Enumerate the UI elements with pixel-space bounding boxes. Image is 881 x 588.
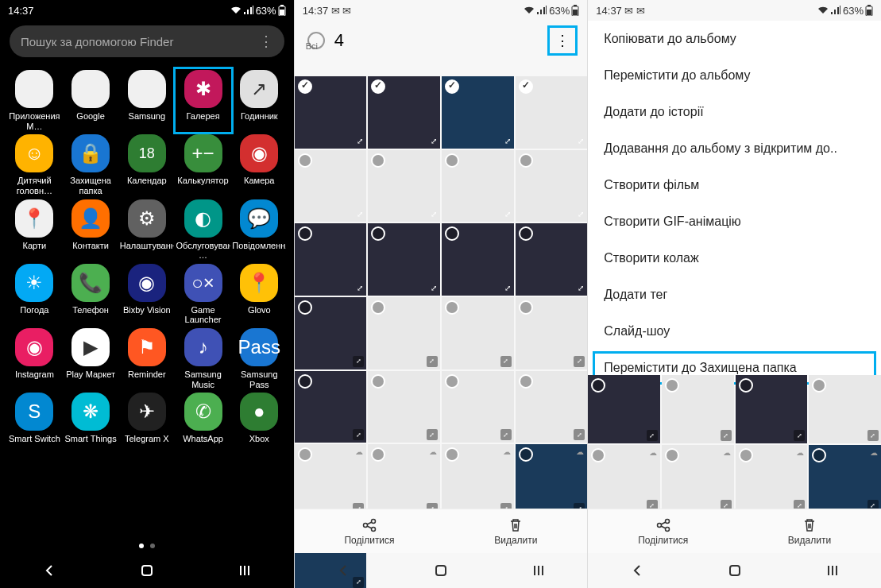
- thumbnail[interactable]: ⤢: [809, 375, 881, 443]
- thumb-checkbox[interactable]: [445, 374, 459, 389]
- menu-item[interactable]: Слайд-шоу: [588, 313, 881, 350]
- thumbnail[interactable]: ⤢: [368, 297, 440, 369]
- menu-item[interactable]: Створити GIF-анімацію: [588, 203, 881, 240]
- thumbnail[interactable]: ⤢☁: [588, 445, 660, 513]
- thumb-checkbox[interactable]: [519, 153, 533, 168]
- share-button[interactable]: Поділитися: [344, 517, 394, 546]
- thumb-checkbox[interactable]: [298, 374, 312, 389]
- thumbnail[interactable]: ⤢☁: [809, 445, 881, 513]
- thumb-checkbox[interactable]: [371, 226, 385, 241]
- thumb-checkbox[interactable]: [445, 447, 459, 462]
- thumbnail[interactable]: ⤢: [368, 76, 440, 149]
- thumb-checkbox[interactable]: [371, 153, 385, 168]
- thumb-checkbox[interactable]: [371, 300, 385, 315]
- thumb-checkbox[interactable]: [519, 79, 533, 94]
- app-галерея[interactable]: ✱Галерея: [176, 70, 230, 131]
- thumb-checkbox[interactable]: [591, 448, 605, 462]
- thumb-checkbox[interactable]: [812, 378, 826, 393]
- app-карти[interactable]: 📍Карти: [7, 199, 61, 261]
- thumbnail[interactable]: ⤢: [442, 150, 514, 222]
- thumbnail[interactable]: ⤢: [442, 223, 514, 296]
- thumbnail[interactable]: ⤢: [516, 150, 588, 222]
- thumb-checkbox[interactable]: [519, 300, 533, 315]
- app-play-маркет[interactable]: ▶Play Маркет: [64, 328, 118, 389]
- thumbnail[interactable]: ⤢: [588, 375, 660, 443]
- share-button[interactable]: Поділитися: [638, 517, 688, 546]
- menu-item[interactable]: Копіювати до альбому: [588, 21, 881, 57]
- menu-item[interactable]: Перемістити до альбому: [588, 57, 881, 94]
- thumb-checkbox[interactable]: [445, 153, 459, 168]
- thumb-checkbox[interactable]: [298, 226, 312, 241]
- app-календар[interactable]: 18Календар: [120, 134, 174, 195]
- menu-item[interactable]: Додати тег: [588, 277, 881, 313]
- app-обслуговування--[interactable]: ◐Обслуговування …: [176, 199, 230, 261]
- thumb-checkbox[interactable]: [519, 374, 533, 389]
- thumbnail[interactable]: ⤢: [516, 223, 588, 296]
- thumb-checkbox[interactable]: [371, 447, 385, 462]
- search-more-icon[interactable]: ⋮: [259, 33, 273, 50]
- app-glovo[interactable]: 📍Glovo: [232, 264, 286, 325]
- more-button[interactable]: ⋮: [551, 29, 574, 52]
- nav-home[interactable]: [139, 563, 155, 578]
- thumb-checkbox[interactable]: [591, 378, 605, 393]
- thumbnail[interactable]: ⤢: [442, 297, 514, 369]
- thumb-checkbox[interactable]: [812, 448, 826, 462]
- thumb-checkbox[interactable]: [519, 226, 533, 241]
- nav-recent[interactable]: [531, 563, 547, 578]
- app-instagram[interactable]: ◉Instagram: [7, 328, 61, 389]
- menu-item[interactable]: Створити фільм: [588, 167, 881, 203]
- thumbnail[interactable]: ⤢: [295, 223, 367, 296]
- thumb-checkbox[interactable]: [519, 447, 533, 462]
- app-whatsapp[interactable]: ✆WhatsApp: [176, 393, 230, 444]
- app-камера[interactable]: ◉Камера: [232, 134, 286, 195]
- thumb-checkbox[interactable]: [298, 79, 312, 94]
- app-калькулятор[interactable]: +−Калькулятор: [176, 134, 230, 195]
- thumbnail[interactable]: ⤢: [516, 297, 588, 369]
- app-дитячий-головн-[interactable]: ☺Дитячий головн…: [7, 134, 61, 195]
- app-samsung-pass[interactable]: PassSamsung Pass: [232, 328, 286, 389]
- menu-item[interactable]: Додавання до альбому з відкритим до..: [588, 130, 881, 167]
- nav-back[interactable]: [629, 563, 645, 578]
- thumbnail[interactable]: ⤢: [368, 223, 440, 296]
- nav-home[interactable]: [727, 563, 743, 578]
- app-samsung[interactable]: Samsung: [120, 70, 174, 131]
- thumbnail[interactable]: ⤢☁: [295, 444, 367, 516]
- thumbnail[interactable]: ⤢: [736, 375, 808, 443]
- thumb-checkbox[interactable]: [665, 378, 679, 393]
- thumbnail[interactable]: ⤢: [295, 371, 367, 443]
- finder-search[interactable]: Пошук за допомогою Finder ⋮: [10, 25, 284, 57]
- menu-item[interactable]: Створити колаж: [588, 240, 881, 277]
- app-годинник[interactable]: ↗Годинник: [232, 70, 286, 131]
- app-smart-switch[interactable]: SSmart Switch: [7, 393, 61, 444]
- thumb-checkbox[interactable]: [371, 79, 385, 94]
- app-game-launcher[interactable]: ○×Game Launcher: [176, 264, 230, 325]
- thumbnail[interactable]: ⤢: [295, 150, 367, 222]
- thumb-checkbox[interactable]: [445, 79, 459, 94]
- menu-item[interactable]: Додати до історії: [588, 94, 881, 130]
- app-пов-домлення[interactable]: 💬Повідомлення: [232, 199, 286, 261]
- app-приложения-m-[interactable]: Приложения M…: [7, 70, 61, 131]
- thumbnail[interactable]: ⤢☁: [516, 444, 588, 516]
- thumbnail[interactable]: ⤢☁: [368, 444, 440, 516]
- app-налаштування[interactable]: ⚙Налаштування: [120, 199, 174, 261]
- thumbnail[interactable]: ⤢☁: [662, 445, 734, 513]
- app-xbox[interactable]: ●Xbox: [232, 393, 286, 444]
- thumbnail[interactable]: ⤢: [442, 371, 514, 443]
- app-smart-things[interactable]: ❋Smart Things: [64, 393, 118, 444]
- thumb-checkbox[interactable]: [739, 448, 753, 462]
- nav-back[interactable]: [41, 563, 57, 578]
- nav-home[interactable]: [433, 563, 449, 578]
- thumb-checkbox[interactable]: [445, 226, 459, 241]
- thumbnail[interactable]: ⤢: [368, 371, 440, 443]
- thumbnail[interactable]: ⤢: [442, 76, 514, 149]
- thumb-checkbox[interactable]: [298, 300, 312, 315]
- thumb-checkbox[interactable]: [371, 374, 385, 389]
- thumbnail[interactable]: ⤢☁: [442, 444, 514, 516]
- app-bixby-vision[interactable]: ◉Bixby Vision: [120, 264, 174, 325]
- thumbnail[interactable]: ⤢: [295, 297, 367, 369]
- thumbnail[interactable]: ⤢: [368, 150, 440, 222]
- thumbnail[interactable]: ⤢☁: [736, 445, 808, 513]
- app-погода[interactable]: ☀Погода: [7, 264, 61, 325]
- delete-button[interactable]: Видалити: [494, 517, 537, 546]
- app-telegram-x[interactable]: ✈Telegram X: [120, 393, 174, 444]
